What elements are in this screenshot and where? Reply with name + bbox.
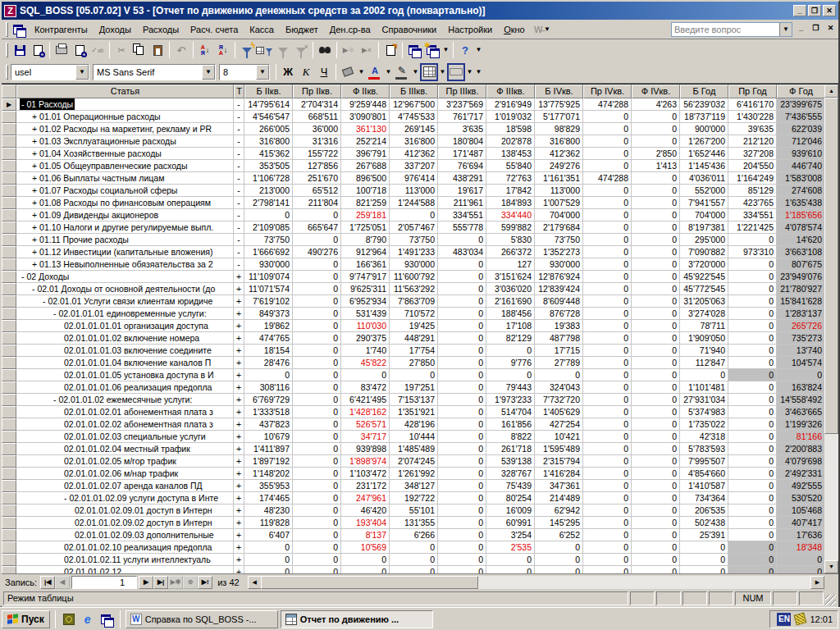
value-cell[interactable]: 1'221'425 bbox=[728, 221, 777, 234]
value-cell[interactable]: 1'199'326 bbox=[777, 418, 824, 431]
value-cell[interactable]: 163'824 bbox=[777, 381, 824, 394]
value-cell[interactable]: 437'823 bbox=[244, 418, 293, 431]
value-cell[interactable]: 6'769'729 bbox=[244, 394, 293, 406]
next-record-button[interactable]: ▶ bbox=[139, 576, 153, 589]
help-button[interactable]: ? bbox=[456, 41, 474, 59]
column-header-6[interactable]: Б IIIкв. bbox=[390, 84, 438, 98]
type-cell[interactable]: - bbox=[234, 172, 244, 185]
row-selector[interactable] bbox=[2, 541, 16, 554]
value-cell[interactable]: 110'030 bbox=[341, 320, 390, 332]
value-cell[interactable]: 807'675 bbox=[777, 258, 824, 271]
article-cell[interactable]: - 01 Расходы bbox=[16, 98, 234, 111]
value-cell[interactable]: 197'251 bbox=[390, 381, 438, 394]
value-cell[interactable]: 1'666'692 bbox=[244, 246, 293, 258]
ask-question-dropdown-icon[interactable]: ▼ bbox=[779, 23, 792, 36]
value-cell[interactable]: 0 bbox=[293, 455, 341, 468]
value-cell[interactable]: 8'822 bbox=[486, 431, 535, 443]
value-cell[interactable]: 334'551 bbox=[728, 209, 777, 221]
italic-button[interactable]: К bbox=[297, 63, 315, 81]
value-cell[interactable]: 1'652'446 bbox=[680, 148, 728, 160]
article-cell[interactable]: 02.01.01.02.11 услуги интеллектуаль bbox=[16, 554, 234, 566]
article-cell[interactable]: 02.01.01.02.04 местный трафик bbox=[16, 443, 234, 455]
value-cell[interactable]: 252'214 bbox=[341, 135, 390, 148]
font-combo[interactable]: MS Sans Serif▼ bbox=[93, 64, 216, 80]
value-cell[interactable]: 0 bbox=[390, 566, 438, 573]
horizontal-scrollbar[interactable]: ◀ ▶ bbox=[248, 576, 838, 589]
row-selector[interactable] bbox=[2, 455, 16, 468]
article-cell[interactable]: + 01.11 Прочие расходы bbox=[16, 234, 234, 246]
value-cell[interactable]: 0 bbox=[632, 246, 680, 258]
value-cell[interactable]: 428'196 bbox=[390, 418, 438, 431]
value-cell[interactable]: 396'791 bbox=[341, 148, 390, 160]
scroll-right-icon[interactable]: ▶ bbox=[810, 576, 824, 589]
value-cell[interactable]: 0 bbox=[632, 123, 680, 135]
value-cell[interactable]: 0 bbox=[583, 345, 632, 357]
type-cell[interactable]: - bbox=[234, 148, 244, 160]
value-cell[interactable]: 1'595'489 bbox=[535, 443, 583, 455]
value-cell[interactable]: 0 bbox=[728, 480, 777, 492]
value-cell[interactable]: 1'583'008 bbox=[777, 172, 824, 185]
menubar-grip[interactable] bbox=[6, 22, 8, 37]
type-cell[interactable]: + bbox=[234, 295, 244, 308]
value-cell[interactable]: 0 bbox=[583, 541, 632, 554]
value-cell[interactable]: 361'130 bbox=[341, 123, 390, 135]
value-cell[interactable]: 930'000 bbox=[535, 258, 583, 271]
value-cell[interactable]: 27'789 bbox=[535, 357, 583, 369]
value-cell[interactable]: 1'413 bbox=[632, 160, 680, 172]
value-cell[interactable]: 8'609'448 bbox=[535, 295, 583, 308]
vertical-scroll-thumb[interactable] bbox=[824, 98, 838, 434]
value-cell[interactable]: 85'129 bbox=[728, 185, 777, 197]
value-cell[interactable]: 3'254 bbox=[486, 529, 535, 541]
value-cell[interactable]: 104'574 bbox=[777, 357, 824, 369]
type-cell[interactable]: + bbox=[234, 271, 244, 283]
value-cell[interactable]: 119'828 bbox=[244, 517, 293, 529]
last-record-button[interactable]: ▶| bbox=[153, 576, 168, 589]
value-cell[interactable]: 0 bbox=[390, 554, 438, 566]
value-cell[interactable]: 1'333'518 bbox=[244, 406, 293, 418]
value-cell[interactable]: 2'057'467 bbox=[390, 221, 438, 234]
value-cell[interactable]: 6'952'934 bbox=[341, 295, 390, 308]
value-cell[interactable]: 0 bbox=[583, 332, 632, 345]
value-cell[interactable]: 27'850 bbox=[390, 357, 438, 369]
column-header-12[interactable]: Б Год bbox=[680, 84, 728, 98]
article-cell[interactable]: 02.01.01.01.05 установка доступа в И bbox=[16, 369, 234, 381]
value-cell[interactable]: 79'443 bbox=[486, 381, 535, 394]
value-cell[interactable]: 0 bbox=[632, 504, 680, 517]
value-cell[interactable]: 0 bbox=[438, 554, 486, 566]
print-preview-button[interactable] bbox=[71, 41, 89, 59]
value-cell[interactable]: 0 bbox=[293, 504, 341, 517]
column-header-4[interactable]: Пр IIкв. bbox=[293, 84, 341, 98]
value-cell[interactable]: 131'355 bbox=[390, 517, 438, 529]
value-cell[interactable]: 0 bbox=[583, 517, 632, 529]
value-cell[interactable]: 0 bbox=[632, 221, 680, 234]
type-cell[interactable]: - bbox=[234, 135, 244, 148]
value-cell[interactable]: 11'109'074 bbox=[244, 271, 293, 283]
copy-button[interactable] bbox=[130, 41, 148, 59]
row-selector[interactable] bbox=[2, 369, 16, 381]
vertical-scrollbar[interactable]: ▲ ▼ bbox=[824, 84, 838, 573]
type-cell[interactable]: - bbox=[234, 160, 244, 172]
value-cell[interactable]: 1'491'233 bbox=[390, 246, 438, 258]
value-cell[interactable]: 712'046 bbox=[777, 135, 824, 148]
value-cell[interactable]: 353'505 bbox=[244, 160, 293, 172]
value-cell[interactable]: 0 bbox=[583, 406, 632, 418]
value-cell[interactable]: 0 bbox=[777, 369, 824, 381]
value-cell[interactable]: 0 bbox=[293, 357, 341, 369]
row-selector[interactable] bbox=[2, 221, 16, 234]
article-cell[interactable]: + 01.09 Дивиденды акционеров bbox=[16, 209, 234, 221]
value-cell[interactable]: 0 bbox=[728, 431, 777, 443]
value-cell[interactable]: 2'916'949 bbox=[486, 98, 535, 111]
value-cell[interactable]: 46'420 bbox=[341, 504, 390, 517]
value-cell[interactable]: 0 bbox=[632, 345, 680, 357]
value-cell[interactable]: 407'417 bbox=[777, 517, 824, 529]
menu-item-7[interactable]: Ден.ср-ва bbox=[324, 22, 377, 37]
value-cell[interactable]: 0 bbox=[438, 345, 486, 357]
type-cell[interactable]: - bbox=[234, 258, 244, 271]
value-cell[interactable]: 18'348 bbox=[777, 541, 824, 554]
value-cell[interactable]: 0 bbox=[293, 394, 341, 406]
value-cell[interactable]: 0 bbox=[680, 566, 728, 573]
gridlines-button[interactable] bbox=[420, 63, 438, 81]
form-view-icon[interactable] bbox=[11, 22, 27, 37]
article-cell[interactable]: 02.01.01.02.01 абонементная плата з bbox=[16, 406, 234, 418]
menu-item-2[interactable]: Доходы bbox=[94, 22, 137, 37]
